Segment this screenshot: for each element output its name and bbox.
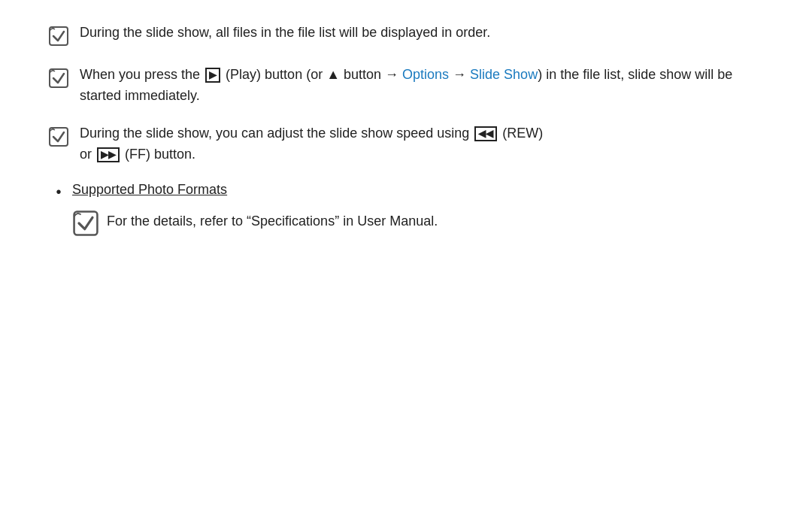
bullet-item: • Supported Photo Formats <box>45 182 767 201</box>
note-icon-1 <box>45 24 72 48</box>
note-icon-2 <box>45 66 72 90</box>
options-link[interactable]: Options <box>402 67 449 82</box>
note-text-1: During the slide show, all files in the … <box>80 23 767 44</box>
sub-note-icon <box>72 213 99 234</box>
svg-rect-3 <box>74 211 98 235</box>
note-text-2: When you press the ▶ (Play) button (or ▲… <box>80 65 767 107</box>
rew-button-icon: ◀◀ <box>474 126 497 141</box>
note-text-3: During the slide show, you can adjust th… <box>80 123 767 165</box>
slideshow-link[interactable]: Slide Show <box>470 67 538 82</box>
bullet-section: • Supported Photo Formats For the detail… <box>45 182 767 234</box>
ff-button-icon: ▶▶ <box>97 147 120 162</box>
note-item-1: During the slide show, all files in the … <box>45 23 767 48</box>
note-icon-3 <box>45 125 72 149</box>
note-item-2: When you press the ▶ (Play) button (or ▲… <box>45 65 767 107</box>
play-button-icon: ▶ <box>205 68 220 83</box>
svg-rect-1 <box>50 69 68 87</box>
sub-note-text: For the details, refer to “Specification… <box>107 211 767 232</box>
svg-rect-2 <box>50 128 68 146</box>
sub-note: For the details, refer to “Specification… <box>72 211 767 234</box>
bullet-dot: • <box>45 183 72 201</box>
note-item-3: During the slide show, you can adjust th… <box>45 123 767 165</box>
note1-text: During the slide show, all files in the … <box>80 25 490 40</box>
page-content: During the slide show, all files in the … <box>0 0 812 268</box>
svg-rect-0 <box>50 27 68 45</box>
supported-formats-label: Supported Photo Formats <box>72 182 227 198</box>
